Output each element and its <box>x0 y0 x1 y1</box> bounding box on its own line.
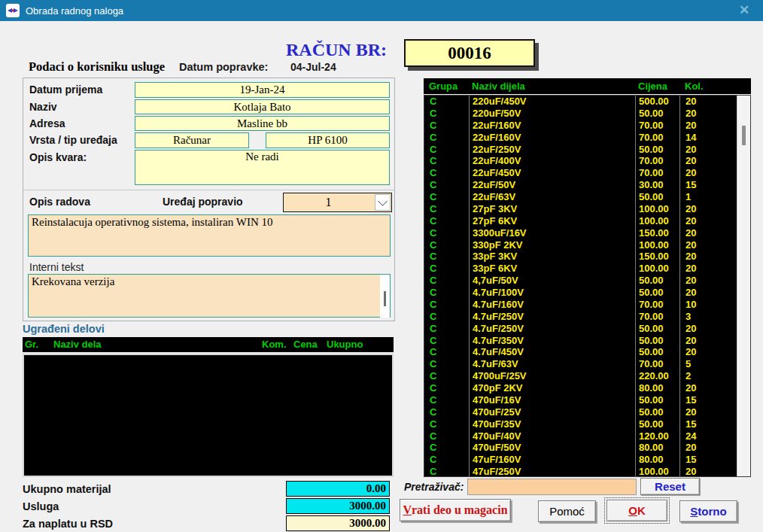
catalog-cell: 20 <box>679 167 737 179</box>
catalog-row[interactable]: C4.7uF/250V70.003 <box>424 311 737 323</box>
za-naplatu-value: 3000.00 <box>286 515 390 531</box>
catalog-row[interactable]: C22uF/50V30.0015 <box>424 179 737 191</box>
catalog-row[interactable]: C22uF/250V50.0020 <box>424 144 737 156</box>
catalog-cell: 4.7uF/350V <box>469 335 635 347</box>
col-cena: Cena <box>293 339 318 350</box>
catalog-row[interactable]: C47uF/250V100.0020 <box>424 466 737 476</box>
catalog-cell: 50.00 <box>635 144 679 156</box>
scrollbar-thumb[interactable] <box>742 126 746 145</box>
catalog-row[interactable]: C4,7uF/50V50.0020 <box>424 275 737 287</box>
catalog-cell: 80.00 <box>635 382 679 394</box>
search-input[interactable] <box>467 479 637 495</box>
racun-br-label: RAČUN BR: <box>286 40 387 60</box>
reset-button[interactable]: Reset <box>640 478 700 495</box>
datum-prijema-input[interactable] <box>135 82 390 98</box>
catalog-cell: 50.00 <box>635 287 679 299</box>
naziv-input[interactable] <box>135 99 390 114</box>
za-naplatu-label: Za naplatu u RSD <box>23 518 113 530</box>
catalog-cell: 4.7uF/250V <box>469 311 635 323</box>
catalog-cell: 33pF 3KV <box>469 251 635 263</box>
catalog-cell: C <box>424 287 469 299</box>
usluga-label: Usluga <box>23 500 59 512</box>
catalog-row[interactable]: C4.7uF/350V50.0020 <box>424 335 737 347</box>
vrsta-input[interactable] <box>135 132 249 148</box>
adresa-input[interactable] <box>135 116 390 131</box>
vrati-deo-button[interactable]: Vrati deo u magacin <box>400 499 511 521</box>
catalog-row[interactable]: C3300uF/16V150.0020 <box>424 227 737 239</box>
opis-radova-textarea[interactable]: Reinstalacuja operativnog sistema, insta… <box>28 214 391 257</box>
catalog-cell: C <box>424 191 469 203</box>
uredjaj-popravio-combobox[interactable]: 1 <box>283 193 392 212</box>
catalog-cell: 20 <box>679 466 737 476</box>
storno-button[interactable]: Storno <box>679 500 737 522</box>
column-separator <box>679 96 680 476</box>
catalog-row[interactable]: C4700uF/25V220.002 <box>424 370 737 382</box>
catalog-row[interactable]: C4.7uF/100V50.0020 <box>424 287 737 299</box>
catalog-row[interactable]: C4.7uF/250V50.0020 <box>424 323 737 335</box>
catalog-row[interactable]: C22uF/63V50.001 <box>424 191 737 203</box>
catalog-listbox[interactable]: C220uF/450V500.0020C220uF/50V50.0020C22u… <box>424 95 751 477</box>
catalog-row[interactable]: C4.7uF/63V70.005 <box>424 358 737 370</box>
close-icon[interactable]: ✕ <box>736 2 752 18</box>
col-naziv-dijela: Naziv dijela <box>472 81 525 92</box>
column-separator <box>469 96 470 476</box>
interni-tekst-scrollbar[interactable] <box>380 275 390 318</box>
catalog-row[interactable]: C33pF 6KV100.0020 <box>424 263 737 275</box>
catalog-row[interactable]: C470uF/35V50.0015 <box>424 418 737 430</box>
catalog-cell: 70.00 <box>635 311 679 323</box>
catalog-cell: 20 <box>679 96 737 108</box>
catalog-cell: C <box>424 120 469 132</box>
catalog-row[interactable]: C470uF/25V50.0020 <box>424 406 737 418</box>
catalog-cell: 50.00 <box>635 323 679 335</box>
catalog-cell: 30.00 <box>635 179 679 191</box>
catalog-row[interactable]: C22uF/450V70.0020 <box>424 167 737 179</box>
catalog-cell: 4700uF/25V <box>469 370 635 382</box>
catalog-row[interactable]: C4.7uF/160V70.0010 <box>424 299 737 311</box>
catalog-row[interactable]: C470pF 2KV80.0020 <box>424 382 737 394</box>
catalog-row[interactable]: C33pF 3KV150.0020 <box>424 251 737 263</box>
catalog-row[interactable]: C470uF/40V120.0024 <box>424 430 737 442</box>
catalog-row[interactable]: C220uF/50V50.0020 <box>424 108 737 120</box>
combobox-dropdown-button[interactable] <box>375 194 391 211</box>
catalog-cell: 470uF/16V <box>469 394 635 406</box>
datum-popravke-value: 04-Jul-24 <box>290 61 336 73</box>
catalog-cell: C <box>424 370 469 382</box>
catalog-row[interactable]: C22uF/160V70.0014 <box>424 132 737 144</box>
catalog-cell: 47uF/160V <box>469 454 635 466</box>
catalog-row[interactable]: C470uF/50V80.0020 <box>424 442 737 454</box>
catalog-cell: 20 <box>679 251 737 263</box>
catalog-cell: C <box>424 179 469 191</box>
catalog-row[interactable]: C330pF 2KV100.0020 <box>424 239 737 251</box>
catalog-cell: C <box>424 251 469 263</box>
catalog-cell: 50.00 <box>635 346 679 358</box>
catalog-row[interactable]: C47uF/160V80.0015 <box>424 454 737 466</box>
app-icon <box>6 4 20 17</box>
catalog-cell: C <box>424 299 469 311</box>
col-cijena: Cijena <box>638 81 667 92</box>
catalog-row[interactable]: C27pF 6KV100.0020 <box>424 215 737 227</box>
catalog-row[interactable]: C4.7uF/450V50.0020 <box>424 346 737 358</box>
opis-kvara-textarea[interactable]: Ne radi <box>135 150 390 185</box>
catalog-cell: 4.7uF/250V <box>469 323 635 335</box>
catalog-row[interactable]: C470uF/16V50.0015 <box>424 394 737 406</box>
catalog-cell: 20 <box>679 120 737 132</box>
catalog-cell: C <box>424 466 469 476</box>
catalog-cell: 50.00 <box>635 275 679 287</box>
catalog-cell: 20 <box>679 108 737 120</box>
catalog-cell: 22uF/160V <box>469 132 635 144</box>
catalog-cell: 50.00 <box>635 191 679 203</box>
catalog-scrollbar[interactable] <box>737 96 750 476</box>
catalog-row[interactable]: C22uF/160V70.0020 <box>424 120 737 132</box>
ok-button[interactable]: OK <box>606 500 667 521</box>
catalog-cell: 20 <box>679 382 737 394</box>
installed-parts-listbox[interactable] <box>23 354 394 477</box>
catalog-row[interactable]: C22uF/400V70.0020 <box>424 155 737 167</box>
catalog-row[interactable]: C220uF/450V500.0020 <box>424 96 737 108</box>
tip-input[interactable] <box>266 132 390 148</box>
catalog-cell: 15 <box>679 418 737 430</box>
pomoc-button[interactable]: Pomoć <box>538 500 596 522</box>
ukupno-materijal-label: Ukupno materijal <box>23 483 111 495</box>
scrollbar-thumb[interactable] <box>384 291 386 306</box>
interni-tekst-textarea[interactable]: Krekovana verzija <box>28 274 391 318</box>
catalog-row[interactable]: C27pF 3KV100.0020 <box>424 203 737 215</box>
